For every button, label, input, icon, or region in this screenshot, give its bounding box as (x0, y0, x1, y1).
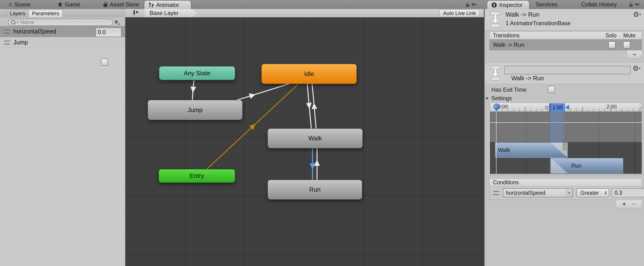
tab-inspector[interactable]: Inspector (487, 1, 529, 9)
transition-list-row[interactable]: Walk -> Run (490, 40, 642, 50)
tab-scene[interactable]: ⌗ Scene (4, 0, 35, 9)
search-input[interactable] (20, 19, 99, 26)
timeline-bar-walk[interactable]: Walk (495, 142, 568, 158)
foldout-arrow-icon[interactable]: ▶ (486, 96, 489, 100)
state-node-jump[interactable]: Jump (148, 100, 242, 120)
state-node-run[interactable]: Run (268, 180, 362, 200)
transition-detail-block: ⚙▾ Walk -> Run (485, 62, 644, 84)
mute-checkbox[interactable] (623, 41, 630, 48)
parameter-row-horizontalspeed[interactable]: horizontalSpeed (0, 26, 125, 37)
condition-parameter-value: horizontalSpeed (504, 190, 545, 196)
remove-condition-button[interactable]: − (632, 200, 636, 208)
tab-scene-label: Scene (14, 1, 31, 8)
state-node-label: Run (309, 186, 320, 193)
parameters-panel: ▾ +▾ horizontalSpeed Jump (0, 17, 125, 266)
tab-parameters-label: Parameters (32, 10, 59, 16)
solo-column-label: Solo (606, 32, 616, 39)
condition-list-buttons: + − (616, 200, 642, 208)
search-filter-arrow-icon[interactable]: ▾ (17, 20, 18, 24)
transition-jump-to-idle[interactable] (237, 84, 289, 100)
bar-tail-shape (562, 143, 567, 150)
pane-menu-icon[interactable]: ▾≡ (472, 2, 476, 7)
parameter-row-jump[interactable]: Jump (0, 37, 125, 48)
state-node-label: Jump (188, 106, 203, 114)
lock-icon[interactable] (629, 4, 632, 7)
transition-start-marker-icon[interactable] (545, 106, 549, 110)
transition-name-input[interactable] (504, 66, 630, 74)
scene-grid-icon: ⌗ (8, 2, 12, 8)
timeline-bar-run[interactable]: Run (551, 158, 623, 174)
condition-operator-value: Greater (577, 190, 599, 196)
transition-timeline[interactable]: Walk Run 0:00 1:00 2:00 (490, 102, 642, 175)
gear-icon[interactable]: ⚙▾ (632, 65, 640, 72)
timeline-ruler[interactable]: 0:00 1:00 2:00 (490, 103, 642, 112)
tab-animator-label: Animator (156, 2, 179, 8)
drag-handle-icon[interactable] (4, 40, 10, 44)
condition-row[interactable]: horizontalSpeed ▾ Greater ▲▼ 0.3 (490, 186, 642, 200)
inspector-subtitle: 1 AnimatorTransitionBase (506, 20, 570, 26)
state-node-idle[interactable]: Idle (262, 64, 357, 84)
search-field[interactable]: ▾ (8, 18, 113, 26)
lock-icon[interactable] (466, 4, 469, 7)
tab-layers-label: Layers (10, 10, 26, 16)
drag-handle-icon[interactable] (493, 191, 499, 195)
state-node-entry[interactable]: Entry (159, 169, 235, 183)
tab-parameters[interactable]: Parameters (28, 10, 63, 17)
gear-icon[interactable]: ⚙▾ (633, 11, 641, 18)
exit-time-handle-icon[interactable] (565, 105, 569, 110)
transitions-section-header: Transitions Solo Mute (490, 32, 642, 40)
dropdown-arrow-icon: ▾ (566, 189, 572, 197)
animator-graph-canvas[interactable]: Any State Idle Jump Walk Entry Run (126, 17, 484, 266)
condition-parameter-dropdown[interactable]: horizontalSpeed ▾ (503, 188, 573, 197)
breadcrumb-label: Base Layer (150, 10, 178, 16)
inspector-pane-controls: ▾≡ (629, 2, 640, 7)
inspector-info-icon (492, 2, 497, 8)
tab-services[interactable]: Services (532, 0, 562, 9)
state-node-label: Entry (190, 172, 204, 180)
state-node-any-state[interactable]: Any State (159, 66, 235, 80)
parameter-value-field[interactable] (96, 27, 122, 37)
parameter-bool-checkbox[interactable] (101, 59, 108, 66)
condition-operator-popup[interactable]: Greater ▲▼ (576, 188, 609, 197)
transition-entry-to-idle[interactable] (207, 84, 298, 169)
parameter-name: horizontalSpeed (13, 28, 56, 35)
tab-asset-store-label: Asset Store (110, 1, 139, 8)
state-node-label: Walk (308, 135, 322, 142)
selected-time-box[interactable]: 1:00 (550, 103, 565, 112)
add-condition-button[interactable]: + (622, 200, 626, 208)
add-parameter-button[interactable]: +▾ (114, 18, 120, 26)
tab-game[interactable]: Game (54, 0, 84, 9)
drag-handle-icon[interactable] (4, 30, 10, 34)
tab-services-label: Services (536, 1, 558, 8)
tab-collab-history[interactable]: Collab History (577, 0, 621, 9)
parameters-tab-bar: Layers Parameters (0, 9, 126, 18)
transition-idle-to-walk[interactable] (307, 83, 311, 128)
tick-label-1: 1:00 (552, 104, 563, 111)
transition-detail-label: Walk -> Run (511, 75, 544, 82)
settings-foldout-label[interactable]: Settings (491, 95, 512, 102)
tab-asset-store[interactable]: Asset Store (99, 0, 144, 9)
eye-icon[interactable] (134, 10, 135, 15)
tab-animator[interactable]: Animator (144, 1, 191, 9)
auto-live-link-button[interactable]: Auto Live Link (440, 10, 480, 17)
remove-transition-button[interactable]: − (627, 50, 642, 59)
has-exit-time-checkbox[interactable] (548, 86, 555, 93)
conditions-section-header: Conditions (490, 178, 642, 186)
graph-toolbar: Base Layer Auto Live Link (126, 9, 484, 18)
condition-threshold-field[interactable]: 0.3 (612, 188, 644, 197)
parameter-search-row: ▾ +▾ (0, 17, 125, 26)
add-parameter-plus: + (114, 18, 118, 26)
gear-glyph: ⚙ (633, 10, 640, 18)
pane-menu-icon[interactable]: ▾≡ (635, 2, 640, 7)
timeline-curve-line (490, 122, 642, 123)
transitions-header-label: Transitions (493, 32, 520, 39)
asset-store-bag-icon (104, 4, 107, 7)
transition-anystate-to-jump[interactable] (192, 80, 194, 100)
state-node-walk[interactable]: Walk (268, 128, 362, 148)
inspector-title: Walk -> Run (506, 11, 540, 18)
solo-checkbox[interactable] (608, 41, 616, 48)
tab-layers[interactable]: Layers (6, 10, 29, 17)
transition-walk-to-idle[interactable] (312, 83, 316, 128)
breadcrumb-base-layer[interactable]: Base Layer (145, 9, 197, 17)
tab-inspector-label: Inspector (499, 2, 523, 8)
